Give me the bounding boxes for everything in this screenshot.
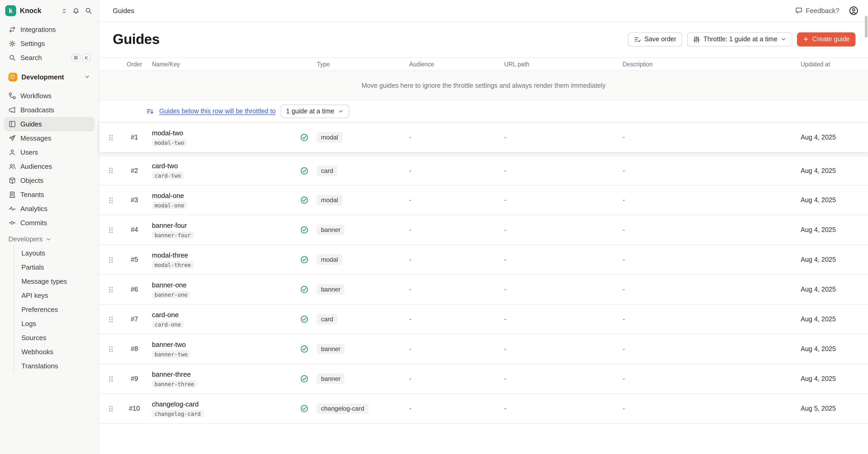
row-type-cell: card [314, 314, 406, 324]
row-updated: Aug 4, 2025 [798, 345, 868, 353]
sidebar-item-audiences[interactable]: Audiences [4, 159, 94, 173]
guide-name[interactable]: modal-two [152, 129, 292, 137]
table-row[interactable]: #1 modal-two modal-two modal - - - Aug 4… [99, 123, 868, 152]
guide-name[interactable]: banner-four [152, 221, 292, 229]
row-order: #1 [120, 134, 149, 141]
guides-icon [8, 120, 16, 128]
sidebar-item-analytics[interactable]: Analytics [4, 202, 94, 216]
check-circle-icon [300, 196, 308, 204]
guide-name[interactable]: card-one [152, 311, 292, 318]
sidebar-item-workflows[interactable]: Workflows [4, 89, 94, 103]
throttle-divider-select[interactable]: 1 guide at a time [281, 105, 349, 118]
developers-section-toggle[interactable]: Developers [0, 230, 99, 245]
table-row[interactable]: #8 banner-two banner-two banner - - - Au… [99, 334, 868, 364]
developers-list: LayoutsPartialsMessage typesAPI keysPref… [13, 246, 99, 373]
table-row[interactable]: #3 modal-one modal-one modal - - - Aug 4… [99, 186, 868, 215]
check-circle-icon [300, 255, 308, 264]
kbd-key: ⌘ [71, 54, 81, 62]
sidebar-item-broadcasts[interactable]: Broadcasts [4, 103, 94, 117]
sidebar-item-label: Guides [20, 120, 42, 128]
user-menu-button[interactable] [849, 6, 859, 16]
guide-key: changelog-card [152, 410, 203, 417]
unthrottled-dropzone[interactable]: Move guides here to ignore the throttle … [99, 71, 868, 100]
sidebar-item-partials[interactable]: Partials [14, 260, 99, 274]
user-avatar-icon [849, 6, 859, 16]
table-row[interactable]: #5 modal-three modal-three modal - - - A… [99, 245, 868, 275]
row-type-cell: changelog-card [314, 403, 406, 414]
guide-name[interactable]: card-two [152, 162, 292, 170]
drag-handle[interactable] [99, 196, 120, 204]
guide-name[interactable]: changelog-card [152, 400, 292, 408]
drag-handle[interactable] [99, 405, 120, 413]
row-status-cell [295, 375, 314, 383]
topbar: Guides Feedback? [99, 0, 868, 22]
drag-handle[interactable] [99, 375, 120, 383]
search-icon[interactable] [85, 7, 92, 15]
drag-handle[interactable] [99, 167, 120, 174]
sidebar-header: k Knock [0, 0, 99, 19]
row-type-cell: card [314, 165, 406, 176]
guide-name[interactable]: banner-one [152, 281, 292, 289]
notifications-bell-icon[interactable] [72, 7, 80, 15]
guide-name[interactable]: banner-three [152, 370, 292, 378]
sidebar-item-layouts[interactable]: Layouts [14, 246, 99, 260]
scrollbar-thumb[interactable] [865, 16, 867, 38]
sidebar-item-messages[interactable]: Messages [4, 131, 94, 145]
table-header-row: Order Name/Key Type Audience URL path De… [99, 57, 868, 71]
list-check-icon [633, 35, 641, 43]
sidebar-item-settings[interactable]: Settings [4, 36, 94, 51]
sidebar-item-objects[interactable]: Objects [4, 173, 94, 188]
sidebar-item-search[interactable]: Search⌘K [4, 51, 94, 65]
feedback-button[interactable]: Feedback? [795, 7, 839, 15]
environment-cube-icon [10, 74, 16, 80]
drag-handle[interactable] [99, 315, 120, 323]
throttle-dropdown-button[interactable]: Throttle: 1 guide at a time [687, 32, 793, 46]
guide-name[interactable]: modal-one [152, 192, 292, 199]
sidebar-item-label: Audiences [20, 163, 52, 170]
sidebar-item-preferences[interactable]: Preferences [14, 303, 99, 317]
table-row[interactable]: #10 changelog-card changelog-card change… [99, 394, 868, 424]
row-order: #3 [120, 196, 149, 204]
drag-handle[interactable] [99, 285, 120, 293]
environment-switcher[interactable]: Development [4, 69, 94, 85]
expand-sidebar-icon[interactable] [61, 7, 67, 15]
table-row[interactable]: #6 banner-one banner-one banner - - - Au… [99, 275, 868, 305]
save-order-button[interactable]: Save order [628, 32, 682, 46]
sidebar-item-guides[interactable]: Guides [4, 117, 94, 131]
sidebar-item-users[interactable]: Users [4, 145, 94, 159]
table-row[interactable]: #4 banner-four banner-four banner - - - … [99, 215, 868, 245]
type-badge: banner [317, 284, 345, 295]
row-audience: - [406, 196, 501, 204]
sidebar-item-integrations[interactable]: Integrations [4, 23, 94, 36]
drag-handle[interactable] [99, 226, 120, 234]
sidebar-item-logs[interactable]: Logs [14, 317, 99, 331]
sidebar-item-message-types[interactable]: Message types [14, 274, 99, 288]
throttle-divider-link[interactable]: Guides below this row will be throttled … [159, 108, 276, 115]
sidebar-item-translations[interactable]: Translations [14, 359, 99, 373]
drag-handle[interactable] [99, 256, 120, 263]
drag-handle-icon [107, 345, 115, 353]
sidebar-item-sources[interactable]: Sources [14, 331, 99, 345]
row-description: - [620, 405, 798, 412]
guide-name[interactable]: modal-three [152, 251, 292, 259]
table-row[interactable]: #2 card-two card-two card - - - Aug 4, 2… [99, 156, 868, 186]
integrations-icon [8, 26, 16, 33]
guide-name[interactable]: banner-two [152, 340, 292, 348]
guide-key: modal-one [152, 201, 187, 209]
sidebar-item-tenants[interactable]: Tenants [4, 188, 94, 202]
sidebar-item-label: Workflows [20, 92, 52, 100]
sidebar-item-api-keys[interactable]: API keys [14, 288, 99, 303]
check-circle-icon [300, 345, 308, 353]
sidebar-item-commits[interactable]: Commits [4, 216, 94, 230]
table-row[interactable]: #7 card-one card-one card - - - Aug 4, 2… [99, 305, 868, 334]
row-updated: Aug 4, 2025 [798, 256, 868, 263]
sidebar-item-label: Integrations [20, 26, 56, 33]
app-window: k Knock IntegrationsSettingsSearch⌘K Dev… [0, 0, 868, 454]
sidebar-item-webhooks[interactable]: Webhooks [14, 345, 99, 359]
row-name-key-cell: changelog-card changelog-card [149, 400, 295, 417]
create-guide-button[interactable]: Create guide [797, 32, 856, 46]
drag-handle[interactable] [99, 345, 120, 353]
table-row[interactable]: #9 banner-three banner-three banner - - … [99, 364, 868, 394]
drag-handle[interactable] [99, 134, 120, 141]
developers-label: Developers [8, 235, 43, 243]
